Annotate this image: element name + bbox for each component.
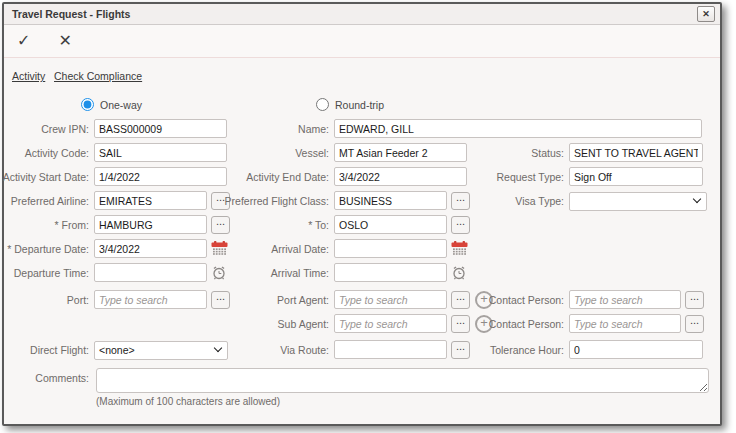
toolbar: ✓ ✕ xyxy=(4,25,720,58)
comments-label: Comments: xyxy=(4,372,94,384)
activity-code-label: Activity Code: xyxy=(4,147,94,159)
to-field: * To: ... xyxy=(234,215,470,234)
status-label: Status: xyxy=(464,147,569,159)
confirm-button[interactable]: ✓ xyxy=(17,33,30,49)
status-field: Status: xyxy=(464,143,703,162)
contact-person-2-label: Contact Person: xyxy=(464,318,569,330)
x-icon: ✕ xyxy=(58,32,71,49)
departure-time-label: Departure Time: xyxy=(4,267,94,279)
crew-ipn-input[interactable] xyxy=(94,119,227,138)
port-agent-field: Port Agent: ... + xyxy=(234,290,493,309)
port-field: Port: ... xyxy=(4,290,230,309)
crew-ipn-field: Crew IPN: xyxy=(4,119,227,138)
round-trip-radio[interactable] xyxy=(316,98,329,111)
close-icon: ✕ xyxy=(702,9,710,19)
name-label: Name: xyxy=(234,123,334,135)
port-lookup-button[interactable]: ... xyxy=(211,291,230,309)
contact-person-1-lookup-button[interactable]: ... xyxy=(685,291,704,309)
visa-type-label: Visa Type: xyxy=(464,195,569,207)
from-field: * From: ... xyxy=(4,215,230,234)
departure-time-input[interactable] xyxy=(94,263,207,282)
to-input[interactable] xyxy=(334,215,447,234)
round-trip-option[interactable]: Round-trip xyxy=(316,98,384,111)
arrival-time-field: Arrival Time: xyxy=(234,263,467,282)
contact-person-2-field: Contact Person: ... xyxy=(464,314,704,333)
from-lookup-button[interactable]: ... xyxy=(211,216,230,234)
name-field: Name: xyxy=(234,119,702,138)
activity-end-date-field: Activity End Date: xyxy=(234,167,467,186)
port-label: Port: xyxy=(4,294,94,306)
contact-person-1-field: Contact Person: ... xyxy=(464,290,704,309)
activity-start-date-field: Activity Start Date: xyxy=(4,167,227,186)
title-bar: Travel Request - Flights ✕ xyxy=(4,4,720,25)
arrival-time-label: Arrival Time: xyxy=(234,267,334,279)
travel-request-dialog: Travel Request - Flights ✕ ✓ ✕ Activity … xyxy=(2,2,722,426)
from-input[interactable] xyxy=(94,215,207,234)
request-type-input[interactable] xyxy=(569,167,703,186)
direct-flight-label: Direct Flight: xyxy=(4,344,94,356)
tolerance-hour-field: Tolerance Hour: xyxy=(464,340,703,359)
via-route-field: Via Route: ... xyxy=(234,340,470,359)
comments-max-note: (Maximum of 100 characters are allowed) xyxy=(96,396,280,407)
comments-textarea[interactable] xyxy=(96,368,709,393)
departure-date-calendar-icon[interactable] xyxy=(211,241,228,256)
via-route-input[interactable] xyxy=(334,340,447,359)
arrival-time-input[interactable] xyxy=(334,263,447,282)
tolerance-hour-input[interactable] xyxy=(569,340,703,359)
activity-link[interactable]: Activity xyxy=(12,70,45,82)
contact-person-1-label: Contact Person: xyxy=(464,294,569,306)
preferred-flight-class-field: Preferred Flight Class: ... xyxy=(234,191,470,210)
from-label: * From: xyxy=(4,219,94,231)
vessel-field: Vessel: xyxy=(234,143,467,162)
name-input[interactable] xyxy=(334,119,702,138)
preferred-airline-input[interactable] xyxy=(94,191,207,210)
preferred-airline-label: Preferred Airline: xyxy=(4,195,94,207)
request-type-field: Request Type: xyxy=(464,167,703,186)
activity-end-date-label: Activity End Date: xyxy=(234,171,334,183)
preferred-airline-field: Preferred Airline: ... xyxy=(4,191,230,210)
activity-start-date-input[interactable] xyxy=(94,167,227,186)
sub-agent-input[interactable] xyxy=(334,314,447,333)
request-type-label: Request Type: xyxy=(464,171,569,183)
one-way-option[interactable]: One-way xyxy=(81,98,142,111)
contact-person-2-input[interactable] xyxy=(569,314,681,333)
activity-end-date-input[interactable] xyxy=(334,167,467,186)
visa-type-select[interactable] xyxy=(569,192,707,211)
cancel-button[interactable]: ✕ xyxy=(58,33,71,49)
port-input[interactable] xyxy=(94,290,207,309)
activity-code-input[interactable] xyxy=(94,143,227,162)
port-agent-label: Port Agent: xyxy=(234,294,334,306)
contact-person-1-input[interactable] xyxy=(569,290,681,309)
checkmark-icon: ✓ xyxy=(17,32,30,49)
preferred-flight-class-label: Preferred Flight Class: xyxy=(234,195,334,207)
to-lookup-button[interactable]: ... xyxy=(451,216,470,234)
status-input[interactable] xyxy=(569,143,703,162)
arrival-date-field: Arrival Date: xyxy=(234,239,468,258)
round-trip-label: Round-trip xyxy=(335,99,384,111)
departure-time-field: Departure Time: xyxy=(4,263,227,282)
preferred-flight-class-input[interactable] xyxy=(334,191,447,210)
vessel-input[interactable] xyxy=(334,143,467,162)
check-compliance-link[interactable]: Check Compliance xyxy=(54,70,142,82)
tolerance-hour-label: Tolerance Hour: xyxy=(464,344,569,356)
visa-type-field: Visa Type: xyxy=(464,191,707,210)
vessel-label: Vessel: xyxy=(234,147,334,159)
contact-person-2-lookup-button[interactable]: ... xyxy=(685,315,704,333)
direct-flight-select[interactable]: <none> xyxy=(94,341,228,360)
arrival-date-calendar-icon[interactable] xyxy=(451,241,468,256)
sub-agent-label: Sub Agent: xyxy=(234,318,334,330)
comments-field: Comments: xyxy=(4,368,94,387)
via-route-label: Via Route: xyxy=(234,344,334,356)
activity-start-date-label: Activity Start Date: xyxy=(4,171,94,183)
departure-date-label: * Departure Date: xyxy=(4,243,94,255)
screen: Travel Request - Flights ✕ ✓ ✕ Activity … xyxy=(0,0,736,433)
departure-date-input[interactable] xyxy=(94,239,207,258)
port-agent-input[interactable] xyxy=(334,290,447,309)
direct-flight-field: Direct Flight: <none> xyxy=(4,340,228,359)
departure-time-clock-icon[interactable] xyxy=(211,265,227,281)
one-way-label: One-way xyxy=(100,99,142,111)
one-way-radio[interactable] xyxy=(81,98,94,111)
close-button[interactable]: ✕ xyxy=(697,6,715,22)
arrival-date-input[interactable] xyxy=(334,239,447,258)
arrival-time-clock-icon[interactable] xyxy=(451,265,467,281)
